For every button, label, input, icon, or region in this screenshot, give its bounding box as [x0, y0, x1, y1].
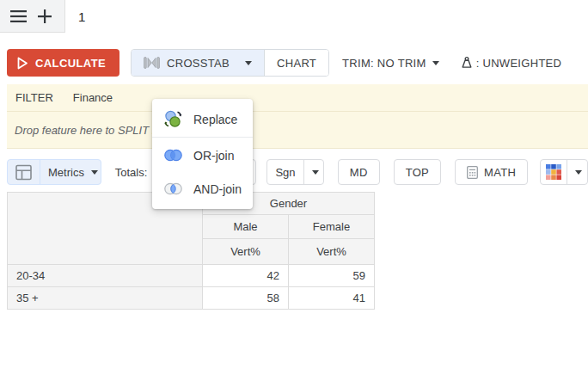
table-row: 20-34 42 59 — [8, 265, 375, 287]
heatmap-caret-icon — [575, 170, 582, 175]
chart-button[interactable]: CHART — [264, 50, 328, 76]
and-join-icon — [162, 178, 184, 200]
math-button[interactable]: MATH — [455, 159, 528, 185]
crosstab-icon — [144, 57, 160, 69]
cell-20-34-female: 59 — [289, 265, 375, 287]
sgn-label: Sgn — [275, 166, 295, 179]
play-icon — [17, 57, 28, 70]
metrics-label: Metrics — [48, 166, 84, 179]
totals-label: Totals: — [115, 166, 148, 179]
join-context-menu: Replace OR-join AND-join — [152, 99, 253, 209]
menu-item-and-join[interactable]: AND-join — [152, 172, 253, 206]
dropzone-hint: Drop feature here to SPLIT B — [15, 124, 159, 137]
tab-1-label: 1 — [78, 9, 85, 24]
col-header-male[interactable]: Male — [203, 215, 289, 239]
top-label: TOP — [406, 166, 429, 179]
main-toolbar: CALCULATE CROSSTAB — [0, 33, 588, 84]
top-button[interactable]: TOP — [394, 159, 441, 185]
menu-divider — [152, 137, 253, 138]
calculate-label: CALCULATE — [35, 57, 106, 70]
replace-icon — [162, 108, 184, 130]
trim-dropdown[interactable]: TRIM: NO TRIM — [342, 57, 439, 70]
metrics-split-button: Metrics — [7, 159, 101, 185]
heatmap-color-button[interactable] — [541, 160, 567, 184]
menu-item-label: Replace — [193, 113, 237, 126]
menu-hamburger-icon[interactable] — [10, 10, 27, 22]
metrics-toolbar: Metrics Totals: Sgn MD TOP — [0, 149, 588, 188]
weight-status[interactable]: : UNWEIGHTED — [460, 56, 562, 70]
tab-bar: 1 — [0, 0, 588, 33]
table-layout-icon-button[interactable] — [8, 160, 40, 184]
table-row: 35 + 58 41 — [8, 287, 375, 310]
add-tab-icon[interactable] — [38, 9, 52, 23]
menu-item-replace[interactable]: Replace — [152, 102, 253, 136]
crosstab-button[interactable]: CROSSTAB — [132, 50, 264, 76]
cell-20-34-male: 42 — [203, 265, 289, 287]
row-header-20-34[interactable]: 20-34 — [8, 265, 203, 287]
crosstab-caret-icon — [245, 61, 252, 65]
calculator-icon — [467, 166, 478, 179]
color-grid-icon — [546, 164, 561, 180]
metrics-dropdown[interactable]: Metrics — [40, 160, 101, 184]
calculate-button[interactable]: CALCULATE — [7, 49, 119, 77]
metrics-caret-icon — [91, 170, 98, 175]
menu-item-label: OR-join — [193, 149, 234, 163]
filter-label: FILTER — [15, 91, 53, 104]
sgn-split-button: Sgn — [266, 159, 323, 185]
chart-label: CHART — [277, 57, 316, 70]
md-button[interactable]: MD — [338, 159, 380, 185]
cell-35plus-female: 41 — [289, 287, 375, 310]
weight-icon — [460, 56, 474, 70]
app-window: 1 CALCULATE — [0, 0, 588, 381]
sgn-caret-button[interactable] — [303, 160, 324, 184]
metric-header-male[interactable]: Vert% — [203, 239, 289, 265]
math-label: MATH — [484, 166, 516, 179]
col-header-female[interactable]: Female — [289, 215, 375, 239]
filter-bar: FILTER Finance — [7, 84, 588, 112]
trim-label: TRIM: NO TRIM — [342, 57, 426, 70]
split-by-dropzone[interactable]: Drop feature here to SPLIT B — [7, 112, 588, 149]
weight-label: : UNWEIGHTED — [476, 57, 562, 70]
crosstab-table: Gender Male Female Vert% Vert% 20-34 42 … — [7, 192, 375, 310]
heatmap-caret-button[interactable] — [567, 160, 588, 184]
metric-header-female[interactable]: Vert% — [289, 239, 375, 265]
menu-item-or-join[interactable]: OR-join — [152, 138, 253, 172]
sgn-button[interactable]: Sgn — [267, 160, 303, 184]
trim-caret-icon — [432, 61, 439, 65]
view-mode-group: CROSSTAB CHART — [131, 49, 329, 77]
or-join-icon — [162, 144, 184, 166]
sgn-caret-icon — [312, 170, 319, 175]
crosstab-label: CROSSTAB — [167, 57, 230, 70]
menu-item-label: AND-join — [193, 182, 242, 196]
tab-1[interactable]: 1 — [65, 0, 85, 33]
heatmap-split-button — [540, 159, 588, 185]
filter-value-chip[interactable]: Finance — [73, 91, 113, 104]
cell-35plus-male: 58 — [203, 287, 289, 310]
row-header-35plus[interactable]: 35 + — [8, 287, 203, 310]
tab-controls — [0, 0, 65, 33]
md-label: MD — [350, 166, 368, 179]
